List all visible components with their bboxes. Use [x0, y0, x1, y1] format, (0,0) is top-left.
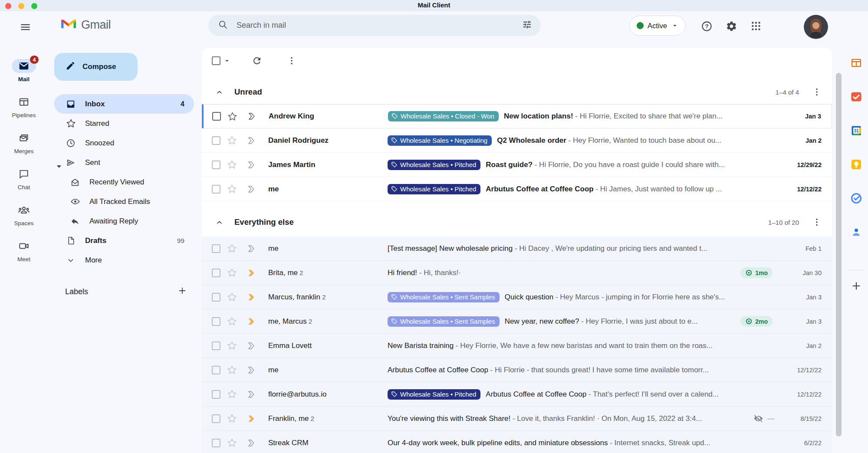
sidebar-item-starred[interactable]: Starred [54, 114, 194, 133]
row-checkbox[interactable] [212, 390, 220, 399]
profile-avatar[interactable] [804, 15, 828, 39]
select-all-checkbox[interactable] [212, 56, 220, 65]
streak-box-icon[interactable] [246, 365, 256, 375]
tasks-icon[interactable] [850, 192, 863, 205]
rail-item-spaces[interactable]: Spaces [0, 203, 48, 226]
rail-item-chat[interactable]: Chat [0, 167, 48, 190]
email-row[interactable]: James MartinWholesale Sales • PitchedRoa… [202, 153, 832, 177]
email-row[interactable]: Brita, me2Hi friend! - Hi, thanks!·1moJa… [202, 261, 832, 285]
add-label-icon[interactable] [178, 286, 187, 297]
star-icon[interactable] [227, 112, 237, 121]
streak-box-icon[interactable] [246, 414, 256, 423]
streak-email-check-icon[interactable] [850, 90, 863, 103]
refresh-icon[interactable] [248, 52, 266, 69]
streak-box-icon[interactable] [246, 112, 256, 121]
star-icon[interactable] [227, 243, 237, 253]
row-checkbox[interactable] [212, 293, 220, 302]
streak-box-icon[interactable] [246, 244, 256, 253]
rail-item-merges[interactable]: Merges [0, 131, 48, 154]
calendar-icon[interactable]: 31 [850, 124, 863, 137]
star-icon[interactable] [227, 365, 237, 375]
search-input[interactable]: Search in mail [237, 21, 522, 30]
pipeline-stage-label[interactable]: Wholesale Sales • Pitched [388, 184, 480, 194]
collapse-chevron-icon[interactable] [215, 88, 224, 97]
pipeline-stage-label[interactable]: Wholesale Sales • Negotiating [388, 135, 492, 146]
search-options-icon[interactable] [522, 20, 532, 31]
row-checkbox[interactable] [212, 161, 220, 169]
settings-gear-icon[interactable] [723, 17, 740, 35]
streak-box-icon[interactable] [246, 292, 256, 302]
select-options-caret-icon[interactable] [223, 57, 231, 65]
pipeline-stage-label[interactable]: Wholesale Sales • Sent Samples [388, 316, 500, 327]
sidebar-item-awaiting-reply[interactable]: Awaiting Reply [54, 211, 194, 231]
star-icon[interactable] [227, 184, 237, 194]
star-icon[interactable] [227, 268, 237, 278]
streak-box-icon[interactable] [246, 390, 256, 399]
compose-button[interactable]: Compose [54, 53, 138, 81]
email-row[interactable]: me[Test message] New wholesale pricing -… [202, 236, 832, 261]
search-bar[interactable]: Search in mail [208, 15, 541, 36]
apps-grid-icon[interactable] [747, 17, 765, 35]
sidebar-item-more[interactable]: More [54, 250, 194, 270]
keep-icon[interactable] [850, 158, 863, 171]
help-icon[interactable]: ? [698, 17, 715, 35]
sidebar-item-inbox[interactable]: Inbox4 [54, 94, 194, 114]
row-checkbox[interactable] [212, 112, 221, 121]
star-icon[interactable] [227, 135, 237, 145]
sidebar-item-snoozed[interactable]: Snoozed [54, 133, 194, 153]
streak-box-icon[interactable] [246, 184, 256, 194]
email-row[interactable]: me, Marcus2Wholesale Sales • Sent Sample… [202, 309, 832, 334]
row-checkbox[interactable] [212, 269, 220, 277]
rail-item-mail[interactable]: 4Mail [0, 59, 48, 82]
streak-box-icon[interactable] [246, 341, 256, 351]
email-row[interactable]: Marcus, franklin2Wholesale Sales • Sent … [202, 285, 832, 309]
pipeline-stage-label[interactable]: Wholesale Sales • Sent Samples [388, 292, 500, 302]
row-checkbox[interactable] [212, 185, 220, 194]
add-icon[interactable] [850, 279, 863, 292]
email-row[interactable]: florrie@arbutus.ioWholesale Sales • Pitc… [202, 382, 832, 407]
row-checkbox[interactable] [212, 244, 220, 253]
pipeline-stage-label[interactable]: Wholesale Sales • Pitched [388, 160, 480, 170]
streak-box-icon[interactable] [246, 136, 256, 145]
star-icon[interactable] [227, 292, 237, 302]
star-icon[interactable] [227, 438, 237, 448]
star-icon[interactable] [227, 316, 237, 326]
email-row[interactable]: Daniel RodriguezWholesale Sales • Negoti… [202, 128, 832, 153]
expand-triangle-icon[interactable] [57, 161, 61, 170]
streak-box-icon[interactable] [246, 160, 256, 170]
rail-item-meet[interactable]: Meet [0, 239, 48, 263]
email-row[interactable]: Franklin, me2You're viewing this with St… [202, 407, 832, 431]
pipeline-stage-label[interactable]: Wholesale Sales • Closed - Won [388, 111, 499, 121]
row-checkbox[interactable] [212, 439, 220, 447]
list-scrollbar[interactable] [836, 73, 842, 437]
contacts-icon[interactable] [850, 226, 863, 239]
streak-pipelines-icon[interactable] [850, 56, 863, 69]
streak-box-icon[interactable] [246, 438, 256, 448]
status-dropdown[interactable]: Active [629, 16, 686, 36]
section-more-icon[interactable] [812, 217, 822, 227]
collapse-chevron-icon[interactable] [215, 218, 224, 227]
sidebar-item-all-tracked-emails[interactable]: All Tracked Emails [54, 192, 194, 211]
sidebar-item-sent[interactable]: Sent [54, 153, 194, 172]
email-row[interactable]: Emma LovettNew Barista training - Hey Fl… [202, 334, 832, 358]
email-row[interactable]: Andrew KingWholesale Sales • Closed - Wo… [202, 104, 832, 128]
star-icon[interactable] [227, 341, 237, 351]
more-options-icon[interactable] [283, 52, 300, 69]
row-checkbox[interactable] [212, 341, 220, 350]
row-checkbox[interactable] [212, 366, 220, 374]
row-checkbox[interactable] [212, 136, 220, 145]
rail-item-pipelines[interactable]: Pipelines [0, 95, 48, 118]
star-icon[interactable] [227, 160, 237, 170]
sidebar-item-recently-viewed[interactable]: Recently Viewed [54, 172, 194, 192]
email-row[interactable]: Streak CRMOur 4-day work week, bulk pipe… [202, 431, 832, 453]
section-more-icon[interactable] [812, 87, 822, 97]
star-icon[interactable] [227, 389, 237, 399]
streak-box-icon[interactable] [246, 317, 256, 326]
sidebar-item-drafts[interactable]: Drafts99 [54, 231, 194, 250]
email-row[interactable]: meWholesale Sales • PitchedArbutus Coffe… [202, 177, 832, 201]
search-icon[interactable] [218, 20, 228, 31]
streak-box-icon[interactable] [246, 268, 256, 278]
star-icon[interactable] [227, 414, 237, 423]
email-row[interactable]: meArbutus Coffee at Coffee Coop - Hi Flo… [202, 358, 832, 382]
row-checkbox[interactable] [212, 317, 220, 326]
